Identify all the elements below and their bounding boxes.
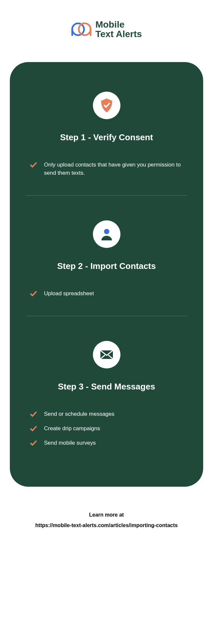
list-item: Send or schedule messages — [30, 410, 183, 418]
check-icon — [30, 290, 37, 298]
list-item-text: Only upload contacts that have given you… — [44, 161, 183, 177]
brand-line1: Mobile — [96, 20, 142, 29]
check-icon — [30, 425, 37, 433]
brand-logo: Mobile Text Alerts — [10, 20, 203, 39]
list-item: Send mobile surveys — [30, 439, 183, 447]
step-2-title: Step 2 - Import Contacts — [26, 261, 187, 271]
person-icon — [93, 220, 120, 248]
step-3: Step 3 - Send Messages Send or schedule … — [26, 341, 187, 447]
step-2: Step 2 - Import Contacts Upload spreadsh… — [26, 220, 187, 298]
list-item: Create drip campaigns — [30, 424, 183, 433]
step-3-title: Step 3 - Send Messages — [26, 382, 187, 392]
brand-line2: Text Alerts — [96, 29, 142, 39]
footer-url: https://mobile-text-alerts.com/articles/… — [10, 520, 203, 531]
steps-card: Step 1 - Verify Consent Only upload cont… — [10, 62, 203, 487]
svg-point-2 — [104, 229, 109, 234]
list-item: Only upload contacts that have given you… — [30, 161, 183, 177]
check-icon — [30, 411, 37, 418]
divider — [26, 195, 187, 196]
divider — [26, 316, 187, 316]
footer: Learn more at https://mobile-text-alerts… — [10, 510, 203, 531]
brand-name: Mobile Text Alerts — [96, 20, 142, 39]
list-item-text: Send or schedule messages — [44, 410, 115, 418]
footer-learn: Learn more at — [10, 510, 203, 520]
list-item-text: Upload spreadsheet — [44, 289, 94, 298]
list-item: Upload spreadsheet — [30, 289, 183, 298]
logo-icon — [71, 21, 92, 37]
check-icon — [30, 161, 37, 169]
step-1: Step 1 - Verify Consent Only upload cont… — [26, 92, 187, 177]
shield-check-icon — [93, 92, 120, 119]
envelope-icon — [93, 341, 120, 368]
step-1-title: Step 1 - Verify Consent — [26, 132, 187, 143]
list-item-text: Create drip campaigns — [44, 424, 100, 433]
list-item-text: Send mobile surveys — [44, 439, 96, 447]
check-icon — [30, 439, 37, 447]
